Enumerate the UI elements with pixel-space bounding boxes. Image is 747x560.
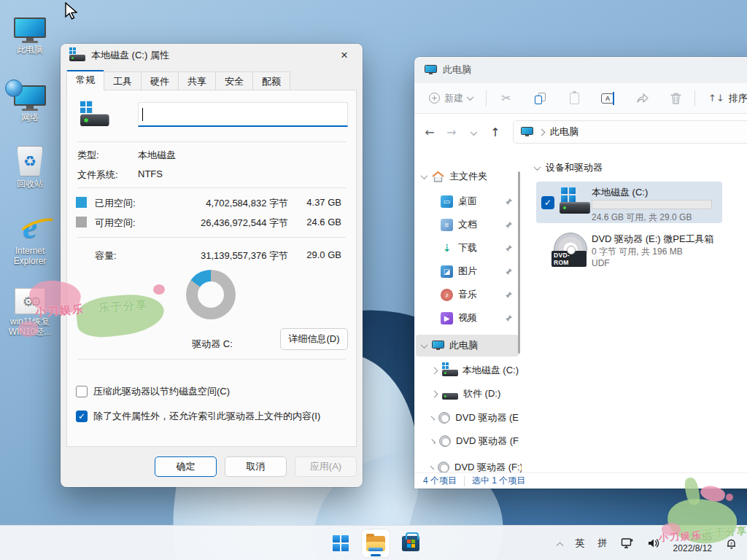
- volume-label-input[interactable]: [138, 102, 348, 127]
- cancel-button[interactable]: 取消: [225, 456, 287, 477]
- bell-icon: z: [725, 537, 738, 550]
- details-button[interactable]: 详细信息(D): [280, 328, 348, 350]
- start-button[interactable]: [327, 529, 355, 557]
- sidebar-item-dvd-f2[interactable]: DVD 驱动器 (F:): [416, 456, 519, 472]
- ok-button[interactable]: 确定: [155, 456, 217, 477]
- index-checkbox[interactable]: ✓: [76, 411, 88, 422]
- tab-hardware[interactable]: 硬件: [141, 71, 179, 90]
- rename-button[interactable]: A: [595, 89, 620, 108]
- sidebar-item-label: 图片: [458, 265, 477, 278]
- paste-button[interactable]: [564, 88, 585, 109]
- section-label: 设备和驱动器: [546, 161, 603, 174]
- this-pc-icon: [432, 341, 444, 351]
- drive-tile-c[interactable]: ✓ 本地磁盘 (C:) 24.6 GB 可用, 共 29.0 GB: [536, 182, 722, 223]
- close-icon[interactable]: ×: [330, 45, 358, 66]
- drive-c-icon: [80, 106, 109, 126]
- explorer-sidebar: 主文件夹 ▭ 桌面 ≡ 文档 ⇣ 下载 ◪: [414, 149, 522, 472]
- dialog-titlebar[interactable]: 本地磁盘 (C:) 属性 ×: [61, 44, 363, 67]
- explorer-titlebar[interactable]: 此电脑: [414, 57, 747, 83]
- back-button[interactable]: ←: [419, 125, 441, 139]
- sidebar-item-this-pc[interactable]: 此电脑: [416, 335, 519, 357]
- new-button[interactable]: 新建: [423, 88, 479, 109]
- sidebar-item-dvd-e[interactable]: DVD 驱动器 (E: [416, 407, 519, 429]
- sidebar-item-label: 下载: [458, 241, 477, 254]
- new-button-label: 新建: [444, 92, 463, 105]
- apply-button-label: 应用(A): [310, 460, 341, 473]
- ok-button-label: 确定: [177, 460, 196, 473]
- toolbar-divider: [694, 90, 695, 106]
- check-icon: ✓: [544, 198, 551, 208]
- apply-button[interactable]: 应用(A): [295, 456, 357, 477]
- tab-quota[interactable]: 配额: [252, 71, 290, 90]
- chevron-right-icon: [431, 367, 438, 374]
- sidebar-item-drive-c[interactable]: 本地磁盘 (C:): [416, 359, 519, 381]
- desktop-screen: 此电脑 网络 ♻ 回收站 e Internet Explorer ⚙⚙ win1…: [0, 0, 747, 560]
- volume-tray-button[interactable]: [642, 530, 665, 556]
- properties-dialog: 本地磁盘 (C:) 属性 × 常规 工具 硬件 共享 安全 配额 类型: 本地磁…: [61, 44, 363, 487]
- used-space-size: 4.37 GB: [306, 197, 341, 208]
- sidebar-item-videos[interactable]: ▶ 视频: [416, 307, 519, 329]
- sidebar-item-desktop[interactable]: ▭ 桌面: [416, 190, 519, 212]
- index-checkbox-label: 除了文件属性外，还允许索引此驱动器上文件的内容(I): [93, 410, 320, 423]
- videos-icon: ▶: [441, 312, 453, 324]
- used-space-label: 已用空间:: [95, 197, 136, 210]
- sidebar-item-label: DVD 驱动器 (E: [455, 411, 519, 424]
- sidebar-item-label: 桌面: [458, 195, 477, 208]
- sidebar-item-drive-d[interactable]: 软件 (D:): [416, 383, 519, 405]
- taskbar-store-button[interactable]: [397, 529, 425, 557]
- clock-tray-button[interactable]: 14:55 2022/8/12: [668, 530, 717, 556]
- desktop-icon-network[interactable]: 网络: [1, 77, 58, 122]
- drive-tile-dvd-e[interactable]: DVD-ROM DVD 驱动器 (E:) 微PE工具箱 0 字节 可用, 共 1…: [536, 228, 722, 273]
- forward-button[interactable]: →: [441, 125, 462, 139]
- compress-checkbox-row[interactable]: 压缩此驱动器以节约磁盘空间(C): [76, 385, 230, 398]
- tab-security[interactable]: 安全: [215, 71, 253, 90]
- dvd-drive-icon: [439, 435, 451, 447]
- tab-sharing[interactable]: 共享: [178, 71, 216, 90]
- network-tray-button[interactable]: [616, 530, 639, 556]
- language-indicator[interactable]: 英: [570, 530, 590, 556]
- desktop-icon-this-pc[interactable]: 此电脑: [1, 9, 58, 55]
- desktop-icon-internet-explorer[interactable]: e Internet Explorer: [1, 210, 58, 266]
- drive-detail: 24.6 GB 可用, 共 29.0 GB: [592, 211, 692, 224]
- dvd-rom-badge: DVD-ROM: [551, 251, 587, 267]
- separator: [77, 141, 346, 142]
- plus-icon: [429, 93, 440, 104]
- gears-file-icon: ⚙⚙: [1, 281, 58, 314]
- desktop-icon-recycle-bin[interactable]: ♻ 回收站: [1, 143, 58, 189]
- taskbar-file-explorer-button[interactable]: [362, 529, 390, 557]
- sidebar-item-pictures[interactable]: ◪ 图片: [416, 260, 519, 282]
- sidebar-item-dvd-f[interactable]: DVD 驱动器 (F: [416, 430, 519, 452]
- separator: [77, 359, 346, 359]
- sidebar-item-documents[interactable]: ≡ 文档: [416, 214, 519, 236]
- sidebar-scrollbar[interactable]: [518, 171, 520, 354]
- ime-mode-indicator[interactable]: 拼: [593, 530, 613, 556]
- tab-tools[interactable]: 工具: [104, 71, 142, 90]
- sidebar-item-home[interactable]: 主文件夹: [416, 166, 519, 187]
- sort-button[interactable]: ↑↓ 排序: [703, 88, 747, 109]
- index-checkbox-row[interactable]: ✓ 除了文件属性外，还允许索引此驱动器上文件的内容(I): [76, 410, 320, 423]
- copy-button[interactable]: [529, 88, 552, 109]
- internet-explorer-icon: e: [1, 210, 58, 244]
- free-space-swatch: [76, 217, 87, 228]
- delete-button[interactable]: [665, 88, 687, 109]
- items-count: 4 个项目: [423, 475, 457, 487]
- share-button[interactable]: [630, 88, 654, 108]
- tab-general[interactable]: 常规: [66, 70, 104, 90]
- svg-text:z: z: [730, 540, 732, 545]
- desktop-icon-win11-restore[interactable]: ⚙⚙ win11恢复 WIN10经...: [1, 281, 58, 337]
- sidebar-item-music[interactable]: ♪ 音乐: [416, 284, 519, 306]
- notifications-button[interactable]: z: [720, 530, 743, 556]
- desktop-icon-label: 此电脑: [1, 44, 58, 55]
- cut-button[interactable]: ✂: [494, 88, 519, 109]
- recent-locations-button[interactable]: [462, 125, 484, 139]
- sidebar-item-downloads[interactable]: ⇣ 下载: [416, 237, 519, 259]
- up-button[interactable]: ↑: [484, 125, 506, 139]
- compress-checkbox[interactable]: [76, 386, 88, 397]
- selected-checkbox[interactable]: ✓: [541, 196, 554, 209]
- toolbar-divider: [486, 90, 487, 106]
- section-devices-and-drives[interactable]: 设备和驱动器: [535, 161, 603, 174]
- dvd-drive-icon: [438, 412, 450, 424]
- show-hidden-icons-button[interactable]: [552, 530, 568, 556]
- chevron-right-icon: [538, 128, 546, 136]
- address-bar[interactable]: 此电脑: [513, 120, 747, 144]
